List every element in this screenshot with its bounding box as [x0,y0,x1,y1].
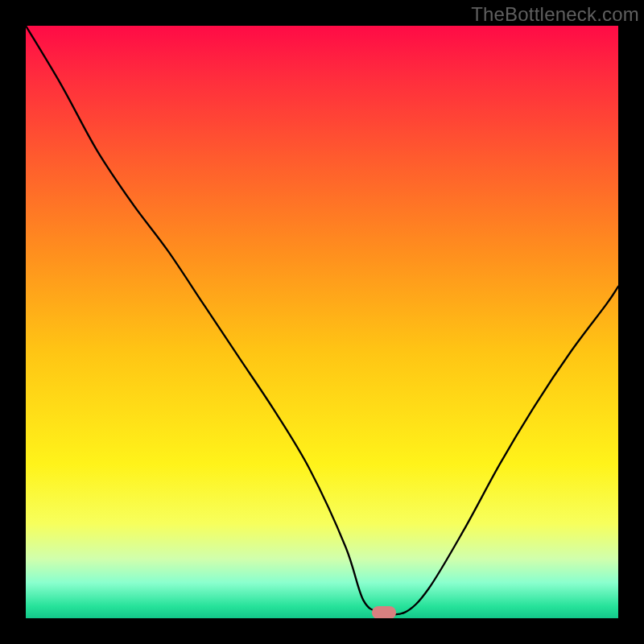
bottleneck-curve [26,26,618,618]
curve-path [26,26,618,614]
optimal-point-marker [372,606,396,618]
chart-frame: TheBottleneck.com [0,0,644,644]
plot-area [26,26,618,618]
watermark-label: TheBottleneck.com [471,3,639,26]
